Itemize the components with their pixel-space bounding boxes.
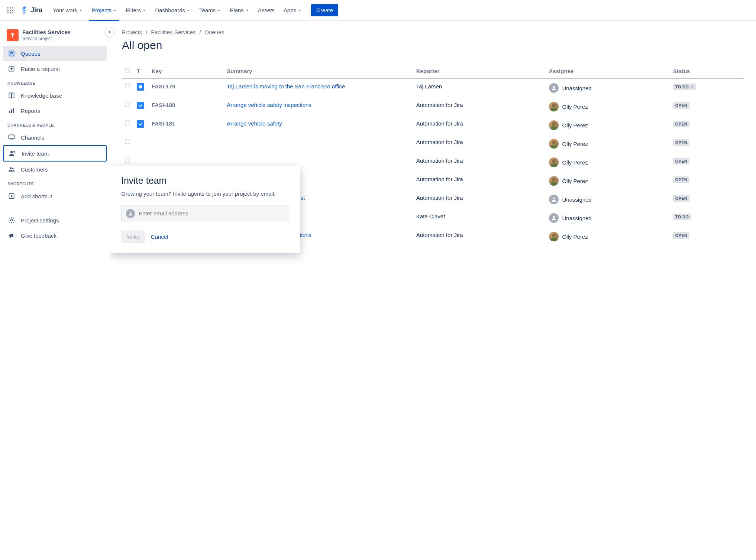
sidebar-section-label: KNOWLEDGE	[3, 76, 107, 88]
status-badge[interactable]: OPEN	[673, 139, 689, 146]
table-row: FASI-179Taj Larsen is moving to the San …	[122, 78, 744, 97]
status-badge[interactable]: OPEN	[673, 158, 689, 165]
column-header[interactable]: Status	[670, 64, 744, 78]
create-button[interactable]: Create	[311, 4, 338, 16]
sidebar-item-add-shortcut[interactable]: Add shortcut	[3, 189, 107, 204]
svg-point-7	[10, 12, 11, 13]
status-badge[interactable]: OPEN	[673, 232, 689, 239]
assignee[interactable]: Unassigned	[549, 195, 667, 204]
row-checkbox[interactable]	[125, 102, 130, 107]
assignee[interactable]: Olly Perez	[549, 139, 667, 149]
sidebar-section-label: CHANNELS & PEOPLE	[3, 118, 107, 130]
sidebar-item-project-settings[interactable]: Project settings	[3, 213, 107, 228]
nav-item-teams[interactable]: Teams	[196, 4, 224, 16]
issue-summary[interactable]	[224, 134, 413, 153]
issue-key[interactable]: FASI-179	[149, 78, 224, 97]
project-header[interactable]: Facilities Services Service project	[3, 27, 107, 46]
sidebar-item-label: Project settings	[21, 217, 59, 224]
project-name: Facilities Services	[22, 29, 71, 35]
sidebar: Facilities Services Service project Queu…	[0, 21, 110, 560]
sidebar-item-reports[interactable]: Reports	[3, 103, 107, 118]
column-header[interactable]: Summary	[224, 64, 413, 78]
column-header[interactable]: Reporter	[413, 64, 546, 78]
sidebar-item-label: Give feedback	[21, 232, 56, 239]
avatar	[549, 232, 559, 241]
nav-item-your-work[interactable]: Your work	[49, 4, 86, 16]
assignee[interactable]: Unassigned	[549, 213, 667, 223]
column-header[interactable]: T	[134, 64, 149, 78]
status-badge[interactable]: OPEN	[673, 121, 689, 127]
monitor-icon	[7, 133, 16, 141]
email-input[interactable]	[139, 210, 284, 216]
issue-summary[interactable]: Taj Larsen is moving to the San Francisc…	[224, 78, 413, 97]
issue-key[interactable]: FASI-180	[149, 97, 224, 116]
select-all-checkbox[interactable]	[125, 68, 130, 73]
column-header[interactable]: Assignee	[546, 64, 670, 78]
column-header[interactable]: Key	[149, 64, 224, 78]
issue-key[interactable]	[149, 134, 224, 153]
nav-item-filters[interactable]: Filters	[122, 4, 150, 16]
assignee[interactable]: Olly Perez	[549, 176, 667, 186]
reporter: Automation for Jira	[413, 172, 546, 190]
svg-point-24	[10, 167, 12, 169]
row-checkbox[interactable]	[125, 83, 130, 88]
sidebar-item-channels[interactable]: Channels	[3, 130, 107, 145]
sidebar-item-queues[interactable]: Queues	[3, 46, 107, 61]
row-checkbox[interactable]	[125, 139, 130, 144]
person-icon	[126, 209, 135, 218]
invite-button[interactable]: Invite	[121, 230, 145, 243]
svg-point-43	[553, 216, 555, 218]
nav-item-projects[interactable]: Projects	[88, 4, 120, 16]
breadcrumb-item[interactable]: Facilities Services	[151, 29, 196, 35]
sidebar-item-invite-team[interactable]: Invite team	[3, 145, 107, 162]
assignee[interactable]: Olly Perez	[549, 157, 667, 167]
svg-point-29	[553, 86, 555, 88]
sidebar-item-customers[interactable]: Customers	[3, 162, 107, 177]
avatar	[549, 120, 559, 130]
assignee[interactable]: Olly Perez	[549, 232, 667, 241]
status-badge[interactable]: OPEN	[673, 195, 689, 202]
nav-item-plans[interactable]: Plans	[226, 4, 253, 16]
issue-summary[interactable]: Arrange vehicle safety inspections	[224, 97, 413, 116]
issue-summary[interactable]: Arrange vehicle safety	[224, 116, 413, 134]
svg-point-39	[550, 182, 558, 186]
assignee[interactable]: Olly Perez	[549, 120, 667, 130]
nav-item-assets[interactable]: Assets	[254, 4, 278, 16]
status-badge[interactable]: TO DO	[673, 214, 691, 220]
assignee[interactable]: Unassigned	[549, 83, 667, 93]
task-icon	[137, 102, 144, 109]
assignee[interactable]: Olly Perez	[549, 102, 667, 111]
sidebar-item-give-feedback[interactable]: Give feedback	[3, 228, 107, 243]
breadcrumb-item[interactable]: Projects	[122, 29, 142, 35]
svg-point-21	[10, 151, 13, 153]
raise-icon	[7, 65, 16, 73]
task-icon	[137, 120, 144, 128]
sidebar-item-knowledge-base[interactable]: Knowledge base	[3, 88, 107, 103]
row-checkbox[interactable]	[125, 157, 130, 163]
column-header[interactable]	[122, 64, 134, 78]
sidebar-item-label: Raise a request	[21, 66, 60, 72]
email-input-wrapper[interactable]	[121, 205, 289, 222]
nav-item-dashboards[interactable]: Dashboards	[151, 4, 194, 16]
breadcrumb-item[interactable]: Queues	[205, 29, 224, 35]
avatar	[549, 213, 559, 223]
reporter: Kate Clavet	[413, 209, 546, 227]
nav-item-apps[interactable]: Apps	[280, 4, 305, 16]
svg-rect-18	[13, 108, 14, 113]
sidebar-item-label: Channels	[21, 134, 44, 141]
status-badge[interactable]: OPEN	[673, 176, 689, 183]
status-badge[interactable]: OPEN	[673, 102, 689, 109]
status-badge[interactable]: TO DO	[673, 84, 696, 90]
svg-point-1	[10, 7, 11, 8]
people-icon	[7, 165, 16, 173]
cancel-button[interactable]: Cancel	[151, 234, 168, 240]
svg-point-31	[550, 108, 558, 111]
issue-key[interactable]: FASI-181	[149, 116, 224, 134]
sidebar-item-raise-a-request[interactable]: Raise a request	[3, 61, 107, 76]
row-checkbox[interactable]	[125, 120, 130, 126]
svg-point-36	[552, 159, 556, 163]
jira-logo[interactable]: Jira	[18, 6, 45, 15]
nav-items: Your workProjectsFiltersDashboardsTeamsP…	[49, 4, 305, 16]
app-switcher-icon[interactable]	[4, 4, 16, 16]
svg-point-6	[7, 12, 9, 13]
